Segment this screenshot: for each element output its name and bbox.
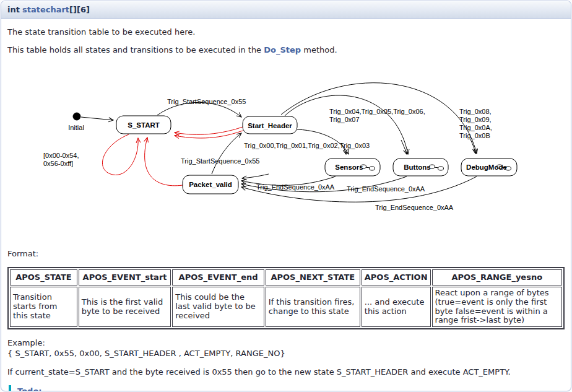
statechart-diagram-container: S_START Start_Header Sensors Buttons Deb… <box>7 73 565 240</box>
cell-apos-action: ... and execute this action <box>362 287 431 327</box>
description-line-2: This table holds all states and transiti… <box>7 45 565 54</box>
cell-apos-range-yesno: React upon a range of bytes (true=event … <box>432 287 562 327</box>
col-header-apos-range-yesno: APOS_RANGE_yesno <box>432 269 562 285</box>
edge-label-trig-0b: Trig_0x0B <box>459 132 490 139</box>
format-label: Format: <box>7 249 565 258</box>
member-doc-body: The state transition table to be execute… <box>1 27 571 391</box>
cell-apos-next-state: If this transition fires, change to this… <box>266 287 360 327</box>
edge-label-seq-top: Trig_StartSequence_0x55 <box>167 98 246 105</box>
edge-label-end-2: Trig_EndSequence_0xAA <box>347 185 425 193</box>
state-label-packet-valid: Packet_valid <box>189 181 232 188</box>
description-line-2-after: method. <box>301 45 337 54</box>
edge-label-seq-mid: Trig_StartSequence_0x55 <box>181 157 259 165</box>
state-label-sensors: Sensors <box>335 163 363 171</box>
edge-initial-to-sstart <box>81 117 113 120</box>
description-line-2-before: This table holds all states and transiti… <box>7 45 264 54</box>
edge-label-end-1: Trig_EndSequence_0xAA <box>256 183 335 191</box>
statechart-diagram: S_START Start_Header Sensors Buttons Deb… <box>7 73 567 240</box>
example-block: Example: { S_START, 0x55, 0x00, S_START_… <box>7 338 565 359</box>
state-label-buttons: Buttons <box>404 163 430 171</box>
member-array-suffix: [][6] <box>69 5 90 14</box>
edge-label-trig-08: Trig_0x08, <box>459 108 492 115</box>
do-step-link[interactable]: Do_Step <box>264 45 301 54</box>
todo-label: Todo: <box>17 386 565 391</box>
col-header-apos-state: APOS_STATE <box>10 269 77 285</box>
edge-label-range-2: 0x56-0xff] <box>43 160 73 167</box>
state-label-start-header: Start_Header <box>248 122 292 129</box>
edge-label-trig-00-03: Trig_0x00,Trig_0x01,Trig_0x02,Trig_0x03 <box>244 142 370 149</box>
cell-apos-event-start: This is the first valid byte to be recei… <box>79 287 171 327</box>
member-name-link[interactable]: statechart <box>22 5 69 14</box>
description-line-1: The state transition table to be execute… <box>7 27 565 37</box>
edge-to-packetvalid-stub <box>242 174 269 178</box>
col-header-apos-action: APOS_ACTION <box>362 269 431 285</box>
col-header-apos-next-state: APOS_NEXT_STATE <box>266 269 360 285</box>
edge-label-trig-07: Trig_0x07 <box>329 116 360 123</box>
todo-block: Todo: Update the diagram <box>9 385 565 391</box>
edge-label-end-3: Trig_EndSequence_0xAA <box>375 204 454 211</box>
format-table-header-row: APOS_STATE APOS_EVENT_start APOS_EVENT_e… <box>10 269 562 285</box>
example-explanation: If current_state=S_START and the byte re… <box>7 367 565 377</box>
edge-sstart-selfloop <box>102 134 138 175</box>
initial-state-dot <box>73 113 80 120</box>
example-code: { S_START, 0x55, 0x00, S_START_HEADER , … <box>7 349 285 358</box>
edge-label-trig-0a: Trig_0x0A, <box>459 124 492 131</box>
member-doc-card: intstatechart[][6] The state transition … <box>1 1 571 391</box>
edge-startheader-to-sstart-1 <box>175 127 243 134</box>
edge-label-trig-09: Trig_0x09, <box>459 116 492 123</box>
format-table: APOS_STATE APOS_EVENT_start APOS_EVENT_e… <box>7 267 565 329</box>
initial-state-label: Initial <box>68 124 84 131</box>
member-type: int <box>7 5 20 14</box>
cell-apos-state: Transition starts from this state <box>10 287 77 327</box>
edge-startheader-to-buttons-2 <box>401 140 407 154</box>
format-table-body-row: Transition starts from this state This i… <box>10 287 562 327</box>
example-label: Example: <box>7 338 45 347</box>
edge-packetvalid-to-startheader <box>212 133 241 174</box>
member-title-bar: intstatechart[][6] <box>1 1 571 19</box>
col-header-apos-event-start: APOS_EVENT_start <box>79 269 171 285</box>
cell-apos-event-end: This could be the last valid byte to be … <box>172 287 264 327</box>
col-header-apos-event-end: APOS_EVENT_end <box>172 269 264 285</box>
state-label-s-start: S_START <box>128 121 160 129</box>
edge-label-trig-04-06: Trig_0x04,Trig_0x05,Trig_0x06, <box>329 108 425 115</box>
edge-packetvalid-to-sstart <box>145 137 183 186</box>
edge-label-range-1: [0x00-0x54, <box>43 152 79 159</box>
state-label-debugmode: DebugMode <box>466 163 507 171</box>
